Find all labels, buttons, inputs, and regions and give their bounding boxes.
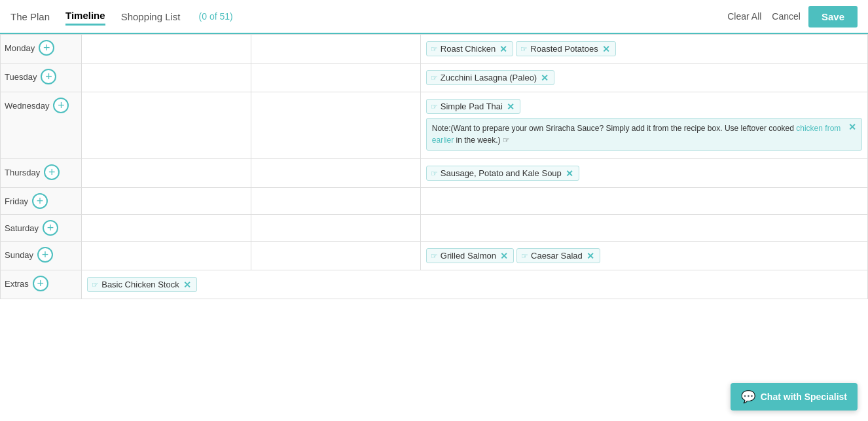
remove-meal-button[interactable]: ✕ — [539, 73, 550, 82]
drag-icon[interactable]: ☞ — [431, 73, 438, 82]
meals-col-saturday — [420, 215, 867, 242]
meal-tag-grilled-salmon: ☞ Grilled Salmon ✕ — [426, 248, 514, 263]
day-header-tuesday: Tuesday + — [1, 64, 82, 92]
shopping-badge: (0 of 51) — [199, 11, 233, 22]
meal-tag-roasted-potatoes: ☞ Roasted Potatoes ✕ — [516, 41, 615, 56]
drag-icon[interactable]: ☞ — [503, 136, 510, 145]
extras-row: Extras + ☞ Basic Chicken Stock ✕ — [1, 270, 868, 299]
day-label: Sunday — [5, 250, 33, 260]
meal-tag-simple-pad-thai: ☞ Simple Pad Thai ✕ — [426, 99, 520, 114]
note-highlight: chicken from earlier — [432, 124, 841, 145]
add-meal-button-friday[interactable]: + — [32, 193, 48, 209]
remove-meal-button[interactable]: ✕ — [505, 102, 516, 111]
nav-shopping-list[interactable]: Shopping List — [121, 9, 181, 25]
meals-col-wednesday: ☞ Simple Pad Thai ✕ Note:(Want to prepar… — [420, 92, 867, 159]
empty-col-0 — [82, 159, 251, 188]
day-header-wednesday: Wednesday + — [1, 92, 82, 159]
close-note-button[interactable]: ✕ — [848, 122, 856, 132]
note-text: Note:(Want to prepare your own Sriracha … — [432, 122, 846, 146]
save-button[interactable]: Save — [808, 6, 858, 27]
day-header-thursday: Thursday + — [1, 159, 82, 188]
remove-meal-button[interactable]: ✕ — [499, 251, 509, 261]
add-meal-button-sunday[interactable]: + — [37, 247, 53, 263]
remove-meal-button[interactable]: ✕ — [601, 45, 611, 54]
meal-name: Zucchini Lasagna (Paleo) — [441, 73, 537, 82]
remove-meal-button[interactable]: ✕ — [585, 251, 596, 261]
day-header-saturday: Saturday + — [1, 215, 82, 242]
day-label: Monday — [5, 43, 35, 53]
empty-col-1 — [251, 159, 421, 188]
meal-name: Grilled Salmon — [441, 251, 496, 261]
drag-icon[interactable]: ☞ — [92, 280, 99, 289]
meal-tag-zucchini-lasagna: ☞ Zucchini Lasagna (Paleo) ✕ — [426, 70, 554, 85]
day-header-monday: Monday + — [1, 35, 82, 64]
empty-col-1 — [251, 215, 421, 242]
meal-name: Sausage, Potato and Kale Soup — [441, 168, 562, 178]
day-row-friday: Friday + — [1, 188, 868, 215]
empty-col-1 — [251, 242, 421, 270]
add-meal-button-saturday[interactable]: + — [43, 220, 58, 236]
add-meal-button-tuesday[interactable]: + — [41, 69, 56, 84]
meal-name: Basic Chicken Stock — [101, 280, 179, 289]
meal-tag-basic-chicken-stock: ☞ Basic Chicken Stock ✕ — [87, 277, 197, 292]
drag-icon[interactable]: ☞ — [520, 45, 528, 54]
meals-col-sunday: ☞ Grilled Salmon ✕ ☞ Caesar Salad ✕ — [420, 242, 867, 270]
note-box: Note:(Want to prepare your own Sriracha … — [426, 118, 862, 151]
extras-meals-col: ☞ Basic Chicken Stock ✕ — [82, 270, 868, 299]
drag-icon[interactable]: ☞ — [431, 45, 438, 54]
remove-meal-button[interactable]: ✕ — [564, 169, 575, 178]
empty-col-1 — [251, 92, 421, 159]
empty-col-1 — [251, 64, 421, 92]
day-row-tuesday: Tuesday + ☞ Zucchini Lasagna (Paleo) ✕ — [1, 64, 868, 92]
empty-col-0 — [82, 35, 251, 64]
day-row-sunday: Sunday + ☞ Grilled Salmon ✕ ☞ Caesar Sal… — [1, 242, 868, 270]
drag-icon[interactable]: ☞ — [431, 102, 438, 111]
meals-col-tuesday: ☞ Zucchini Lasagna (Paleo) ✕ — [420, 64, 867, 92]
meal-name: Roasted Potatoes — [530, 44, 598, 54]
drag-icon[interactable]: ☞ — [431, 169, 438, 178]
empty-col-0 — [82, 64, 251, 92]
meal-name: Simple Pad Thai — [441, 101, 503, 111]
day-label: Wednesday — [5, 101, 49, 111]
extras-header: Extras + — [1, 270, 82, 299]
day-row-wednesday: Wednesday + ☞ Simple Pad Thai ✕ Note:(Wa… — [1, 92, 868, 159]
remove-meal-button[interactable]: ✕ — [182, 280, 192, 289]
empty-col-0 — [82, 92, 251, 159]
day-row-thursday: Thursday + ☞ Sausage, Potato and Kale So… — [1, 159, 868, 188]
day-label: Saturday — [5, 223, 39, 233]
day-row-saturday: Saturday + — [1, 215, 868, 242]
add-meal-button-wednesday[interactable]: + — [53, 98, 69, 113]
empty-col-1 — [251, 188, 421, 215]
add-meal-button-monday[interactable]: + — [39, 40, 54, 56]
day-header-friday: Friday + — [1, 188, 82, 215]
meal-tag-sausage-soup: ☞ Sausage, Potato and Kale Soup ✕ — [426, 166, 579, 181]
day-header-sunday: Sunday + — [1, 242, 82, 270]
top-nav: The Plan Timeline Shopping List (0 of 51… — [0, 0, 868, 34]
meals-col-thursday: ☞ Sausage, Potato and Kale Soup ✕ — [420, 159, 867, 188]
meal-name: Roast Chicken — [441, 44, 496, 54]
empty-col-0 — [82, 242, 251, 270]
nav-timeline[interactable]: Timeline — [65, 7, 105, 26]
day-label: Friday — [5, 196, 28, 206]
day-row-monday: Monday + ☞ Roast Chicken ✕ ☞ Roasted Pot… — [1, 35, 868, 64]
add-meal-button-thursday[interactable]: + — [44, 164, 60, 180]
nav-the-plan[interactable]: The Plan — [10, 9, 50, 25]
add-extras-button[interactable]: + — [33, 276, 48, 291]
meals-col-friday — [420, 188, 867, 215]
day-label: Thursday — [5, 168, 40, 177]
meal-name: Caesar Salad — [531, 251, 583, 261]
remove-meal-button[interactable]: ✕ — [498, 45, 509, 54]
meals-col-monday: ☞ Roast Chicken ✕ ☞ Roasted Potatoes ✕ — [420, 35, 867, 64]
cancel-button[interactable]: Cancel — [772, 11, 801, 22]
drag-icon[interactable]: ☞ — [521, 251, 528, 261]
meal-tag-roast-chicken: ☞ Roast Chicken ✕ — [426, 41, 514, 56]
clear-all-button[interactable]: Clear All — [727, 11, 761, 22]
empty-col-1 — [251, 35, 421, 64]
empty-col-0 — [82, 188, 251, 215]
extras-label: Extras — [5, 279, 29, 289]
day-label: Tuesday — [5, 72, 37, 82]
meal-tag-caesar-salad: ☞ Caesar Salad ✕ — [516, 248, 600, 263]
drag-icon[interactable]: ☞ — [431, 251, 438, 261]
empty-col-0 — [82, 215, 251, 242]
plan-grid: Monday + ☞ Roast Chicken ✕ ☞ Roasted Pot… — [0, 34, 868, 299]
